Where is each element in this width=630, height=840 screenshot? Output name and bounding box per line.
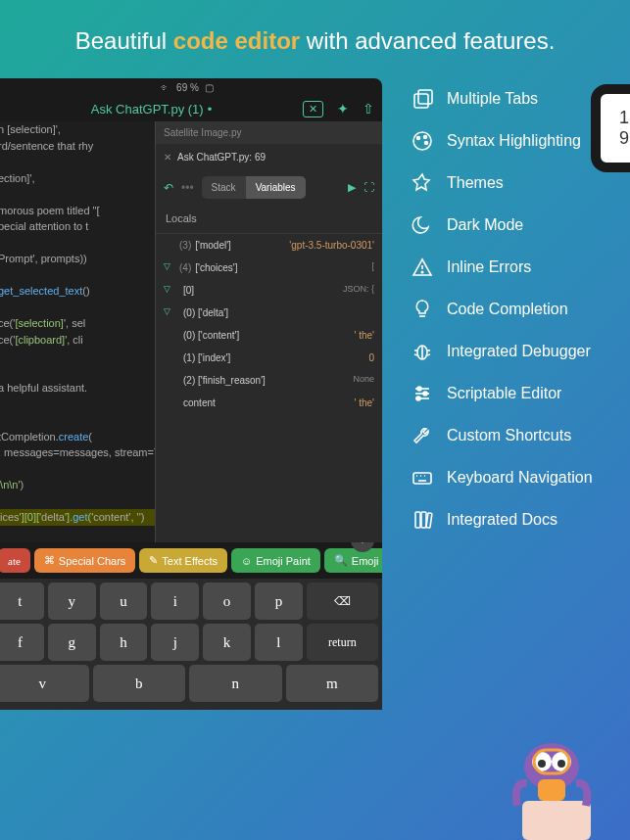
feature-inline-errors: Inline Errors bbox=[412, 257, 630, 278]
feature-label: Themes bbox=[447, 174, 504, 192]
shortcut-bar: + ate ⌘Special Chars✎Text Effects☺Emoji … bbox=[0, 542, 382, 579]
battery-percent: 69 % bbox=[176, 82, 199, 93]
mascot-illustration bbox=[493, 713, 610, 840]
variable-row[interactable]: ▽[0] JSON: { bbox=[156, 279, 382, 302]
key-b[interactable]: b bbox=[93, 665, 186, 702]
svg-rect-0 bbox=[414, 94, 428, 108]
expand-icon[interactable]: ⛶ bbox=[363, 179, 374, 196]
svg-line-13 bbox=[414, 354, 417, 355]
shortcut-special-chars[interactable]: ⌘Special Chars bbox=[34, 548, 135, 573]
code-area[interactable]: n [selection]',rd/sentence that rhy ecti… bbox=[0, 121, 382, 542]
variable-row[interactable]: content' the' bbox=[156, 392, 382, 414]
feature-label: Multiple Tabs bbox=[447, 90, 538, 108]
feature-label: Inline Errors bbox=[447, 258, 531, 276]
themes-icon bbox=[412, 172, 433, 194]
key-u[interactable]: u bbox=[100, 583, 148, 620]
variable-row[interactable]: (3)['model']'gpt-3.5-turbo-0301' bbox=[156, 234, 382, 257]
magic-icon[interactable]: ✦ bbox=[337, 101, 349, 117]
moon-icon bbox=[412, 214, 433, 236]
bulb-icon bbox=[412, 299, 433, 320]
battery-icon: ▢ bbox=[205, 82, 214, 93]
key-o[interactable]: o bbox=[203, 583, 251, 620]
variable-row[interactable]: (0) ['content']' the' bbox=[156, 324, 382, 347]
key-h[interactable]: h bbox=[100, 624, 148, 661]
close-tab-button[interactable]: ✕ bbox=[303, 101, 323, 117]
feature-label: Keyboard Navigation bbox=[447, 469, 593, 487]
feature-keyboard-navigation: Keyboard Navigation bbox=[412, 467, 630, 489]
warn-icon bbox=[412, 257, 433, 278]
seg-stack[interactable]: Stack bbox=[202, 176, 246, 199]
svg-rect-27 bbox=[421, 512, 426, 528]
feature-list: Multiple TabsSyntax HighlightingThemesDa… bbox=[382, 78, 630, 710]
feature-integrated-debugger: Integrated Debugger bbox=[412, 341, 630, 362]
svg-point-20 bbox=[416, 397, 420, 400]
feature-label: Integrated Debugger bbox=[447, 343, 591, 360]
key-l[interactable]: l bbox=[255, 624, 303, 661]
headline: Beautiful code editor with advanced feat… bbox=[0, 0, 630, 78]
variable-row[interactable]: (1) ['index']0 bbox=[156, 347, 382, 369]
key-delete[interactable]: ⌫ bbox=[307, 583, 378, 620]
continue-icon[interactable]: ▶ bbox=[348, 179, 356, 196]
svg-point-5 bbox=[425, 142, 428, 145]
feature-integrated-docs: Integrated Docs bbox=[412, 509, 630, 531]
feature-dark-mode: Dark Mode bbox=[412, 214, 630, 236]
svg-point-2 bbox=[413, 132, 431, 150]
active-tab[interactable]: Ask ChatGPT.py (1)• bbox=[0, 102, 303, 117]
key-k[interactable]: k bbox=[203, 624, 251, 661]
key-t[interactable]: t bbox=[0, 583, 44, 620]
svg-point-19 bbox=[423, 392, 427, 396]
palette-icon bbox=[412, 130, 433, 152]
svg-line-14 bbox=[427, 354, 430, 355]
key-g[interactable]: g bbox=[48, 624, 96, 661]
key-m[interactable]: m bbox=[286, 665, 379, 702]
code-editor-window: ᯤ 69 % ▢ Ask ChatGPT.py (1)• ✕ ✦ ⇧ n [se… bbox=[0, 78, 382, 710]
key-i[interactable]: i bbox=[151, 583, 199, 620]
svg-rect-1 bbox=[418, 90, 432, 104]
key-n[interactable]: n bbox=[189, 665, 282, 702]
key-return[interactable]: return bbox=[307, 624, 378, 661]
create-button[interactable]: ate bbox=[0, 548, 30, 573]
seg-variables[interactable]: Variables bbox=[246, 176, 306, 199]
tab-bar: Ask ChatGPT.py (1)• ✕ ✦ ⇧ bbox=[0, 97, 382, 121]
svg-point-33 bbox=[538, 760, 546, 768]
svg-rect-29 bbox=[522, 801, 591, 840]
close-icon[interactable]: ✕ bbox=[164, 150, 171, 164]
debug-file-label: ✕ Ask ChatGPT.py: 69 bbox=[156, 144, 382, 170]
key-f[interactable]: f bbox=[0, 624, 44, 661]
status-bar: ᯤ 69 % ▢ bbox=[0, 78, 382, 97]
svg-point-34 bbox=[557, 760, 565, 768]
debug-toolbar: ↶ ••• Stack Variables ▶ ⛶ bbox=[156, 170, 382, 205]
feature-label: Dark Mode bbox=[447, 216, 523, 234]
svg-rect-36 bbox=[538, 779, 565, 801]
watch-preview: 1 9 bbox=[591, 84, 630, 172]
locals-header: Locals bbox=[156, 205, 382, 234]
key-p[interactable]: p bbox=[255, 583, 303, 620]
wrench-icon bbox=[412, 425, 433, 446]
feature-themes: Themes bbox=[412, 172, 630, 194]
shortcut-text-effects[interactable]: ✎Text Effects bbox=[139, 548, 227, 573]
variable-row[interactable]: ▽(0) ['delta'] bbox=[156, 302, 382, 324]
wifi-icon: ᯤ bbox=[161, 82, 170, 93]
svg-rect-28 bbox=[426, 513, 432, 528]
svg-point-3 bbox=[417, 137, 420, 140]
key-v[interactable]: v bbox=[0, 665, 89, 702]
key-j[interactable]: j bbox=[151, 624, 199, 661]
more-icon[interactable]: ••• bbox=[181, 179, 194, 197]
feature-label: Custom Shortcuts bbox=[447, 427, 571, 444]
variable-row[interactable]: (2) ['finish_reason']None bbox=[156, 369, 382, 392]
key-y[interactable]: y bbox=[48, 583, 96, 620]
docs-icon bbox=[412, 509, 433, 531]
variable-row[interactable]: ▽(4)['choices'][ bbox=[156, 257, 382, 279]
background-tab[interactable]: Satellite Image.py bbox=[156, 121, 382, 144]
feature-label: Integrated Docs bbox=[447, 511, 557, 529]
feature-custom-shortcuts: Custom Shortcuts bbox=[412, 425, 630, 446]
shortcut-emoji-paint[interactable]: ☺Emoji Paint bbox=[231, 548, 320, 573]
share-icon[interactable]: ⇧ bbox=[363, 101, 374, 117]
step-back-icon[interactable]: ↶ bbox=[164, 179, 173, 197]
feature-label: Syntax Highlighting bbox=[447, 132, 581, 150]
feature-code-completion: Code Completion bbox=[412, 299, 630, 320]
shortcut-emoji-searc[interactable]: 🔍Emoji Searc bbox=[324, 548, 382, 573]
sliders-icon bbox=[412, 383, 433, 404]
stack-vars-segment[interactable]: Stack Variables bbox=[202, 176, 306, 199]
soft-keyboard: tyuiop⌫ fghjklreturn vbnm bbox=[0, 579, 382, 710]
